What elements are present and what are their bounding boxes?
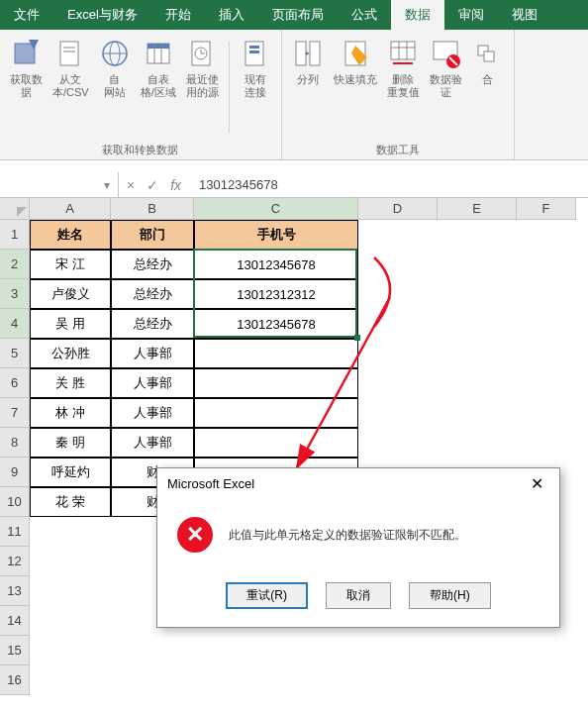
cell-B1[interactable]: 部门	[111, 220, 194, 250]
row-header-16[interactable]: 16	[0, 665, 30, 695]
row-header-9[interactable]: 9	[0, 458, 30, 487]
row-header-15[interactable]: 15	[0, 636, 30, 665]
ribbon-button-获取数据[interactable]: 获取数据	[6, 34, 47, 141]
ribbon-button-快速填充[interactable]: 快速填充	[330, 34, 381, 141]
ribbon-group-label: 获取和转换数据	[6, 141, 275, 157]
cell-C6[interactable]	[194, 368, 358, 398]
cell-B6[interactable]: 人事部	[111, 368, 194, 398]
ribbon-tab-插入[interactable]: 插入	[205, 0, 258, 30]
ribbon-icon	[430, 38, 461, 69]
column-header-C[interactable]: C	[194, 198, 358, 220]
row-header-10[interactable]: 10	[0, 487, 30, 517]
cancel-button[interactable]: 取消	[326, 582, 391, 609]
cell-A8[interactable]: 秦 明	[30, 428, 111, 458]
ribbon-button-分列[interactable]: 分列	[288, 34, 328, 141]
dropdown-icon[interactable]: ▾	[104, 178, 110, 192]
row-header-13[interactable]: 13	[0, 576, 30, 606]
ribbon-tab-视图[interactable]: 视图	[498, 0, 551, 30]
row-header-8[interactable]: 8	[0, 428, 30, 458]
row-header-7[interactable]: 7	[0, 398, 30, 428]
row-header-11[interactable]: 11	[0, 517, 30, 547]
ribbon-icon	[387, 38, 419, 69]
ribbon-icon	[143, 38, 174, 69]
cell-A1[interactable]: 姓名	[30, 220, 111, 250]
help-button[interactable]: 帮助(H)	[409, 582, 491, 609]
ribbon-tab-公式[interactable]: 公式	[338, 0, 391, 30]
cell-A10[interactable]: 花 荣	[30, 487, 111, 517]
error-dialog: Microsoft Excel ✕ ✕ 此值与此单元格定义的数据验证限制不匹配。…	[156, 467, 560, 628]
column-header-F[interactable]: F	[517, 198, 576, 220]
cell-A7[interactable]: 林 冲	[30, 398, 111, 428]
ribbon-tab-数据[interactable]: 数据	[391, 0, 444, 30]
cell-C3[interactable]: 13012312312	[194, 279, 358, 309]
cell-B7[interactable]: 人事部	[111, 398, 194, 428]
cell-B8[interactable]: 人事部	[111, 428, 194, 458]
select-all-corner[interactable]	[0, 198, 30, 220]
row-header-3[interactable]: 3	[0, 279, 30, 309]
ribbon-group-label: 数据工具	[288, 141, 508, 157]
cell-A9[interactable]: 呼延灼	[30, 458, 111, 487]
retry-button[interactable]: 重试(R)	[226, 582, 308, 609]
cell-A4[interactable]: 吴 用	[30, 309, 111, 339]
name-box[interactable]: ▾	[0, 172, 119, 197]
cell-A3[interactable]: 卢俊义	[30, 279, 111, 309]
row-header-12[interactable]: 12	[0, 547, 30, 576]
dialog-title-bar[interactable]: Microsoft Excel ✕	[157, 468, 559, 499]
ribbon-icon	[11, 38, 43, 69]
accept-formula-icon[interactable]: ✓	[147, 177, 158, 193]
svg-rect-2	[60, 42, 78, 65]
row-header-5[interactable]: 5	[0, 339, 30, 368]
cell-B5[interactable]: 人事部	[111, 339, 194, 368]
cancel-formula-icon[interactable]: ×	[127, 177, 135, 193]
ribbon-tab-审阅[interactable]: 审阅	[444, 0, 498, 30]
cell-A2[interactable]: 宋 江	[30, 250, 111, 279]
ribbon-button-删除重复[interactable]: 删除重复值	[383, 34, 424, 141]
cell-A5[interactable]: 公孙胜	[30, 339, 111, 368]
svg-marker-19	[306, 51, 310, 55]
svg-rect-16	[249, 51, 259, 53]
column-header-D[interactable]: D	[358, 198, 438, 220]
column-header-A[interactable]: A	[30, 198, 111, 220]
ribbon-icon	[340, 38, 371, 69]
ribbon-button-数据验证[interactable]: 数据验证	[426, 34, 466, 141]
cell-A6[interactable]: 关 胜	[30, 368, 111, 398]
cell-C5[interactable]	[194, 339, 358, 368]
ribbon-tab-文件[interactable]: 文件	[0, 0, 53, 30]
ribbon-tab-开始[interactable]: 开始	[151, 0, 205, 30]
row-header-1[interactable]: 1	[0, 220, 30, 250]
row-header-6[interactable]: 6	[0, 368, 30, 398]
column-header-E[interactable]: E	[438, 198, 517, 220]
cell-B4[interactable]: 总经办	[111, 309, 194, 339]
spreadsheet-grid[interactable]: ABCDEF 12345678910111213141516 姓名部门手机号宋 …	[0, 198, 588, 713]
cell-B3[interactable]: 总经办	[111, 279, 194, 309]
ribbon-tabs-bar: 文件Excel与财务开始插入页面布局公式数据审阅视图	[0, 0, 588, 30]
ribbon-tab-Excel与财务[interactable]: Excel与财务	[53, 0, 151, 30]
ribbon-button-自网站[interactable]: 自网站	[95, 34, 135, 141]
row-header-4[interactable]: 4	[0, 309, 30, 339]
dialog-title-text: Microsoft Excel	[167, 476, 254, 491]
row-header-14[interactable]: 14	[0, 606, 30, 636]
cell-C7[interactable]	[194, 398, 358, 428]
fx-icon[interactable]: fx	[170, 177, 181, 193]
formula-bar-input[interactable]: 13012345678	[189, 172, 588, 197]
ribbon-tab-页面布局[interactable]: 页面布局	[258, 0, 338, 30]
ribbon-button-自表格/[interactable]: 自表格/区域	[137, 34, 180, 141]
ribbon-button-合[interactable]: 合	[468, 34, 508, 141]
ribbon-button-从文本/[interactable]: 从文本/CSV	[49, 34, 93, 141]
cell-C8[interactable]	[194, 428, 358, 458]
svg-rect-9	[147, 44, 169, 49]
ribbon-icon	[99, 38, 131, 69]
cell-B2[interactable]: 总经办	[111, 250, 194, 279]
row-header-2[interactable]: 2	[0, 250, 30, 279]
svg-rect-0	[15, 44, 35, 63]
name-formula-bar: ▾ × ✓ fx 13012345678	[0, 172, 588, 198]
cell-C1[interactable]: 手机号	[194, 220, 358, 250]
close-icon[interactable]: ✕	[525, 474, 549, 493]
fill-handle[interactable]	[354, 335, 360, 341]
cell-C4[interactable]: 13012345678	[194, 309, 358, 339]
cell-C2[interactable]: 13012345678	[194, 250, 358, 279]
ribbon-button-最近使用[interactable]: 最近使用的源	[182, 34, 223, 141]
ribbon-button-现有连接[interactable]: 现有连接	[236, 34, 275, 141]
ribbon-icon	[186, 38, 218, 69]
column-header-B[interactable]: B	[111, 198, 194, 220]
